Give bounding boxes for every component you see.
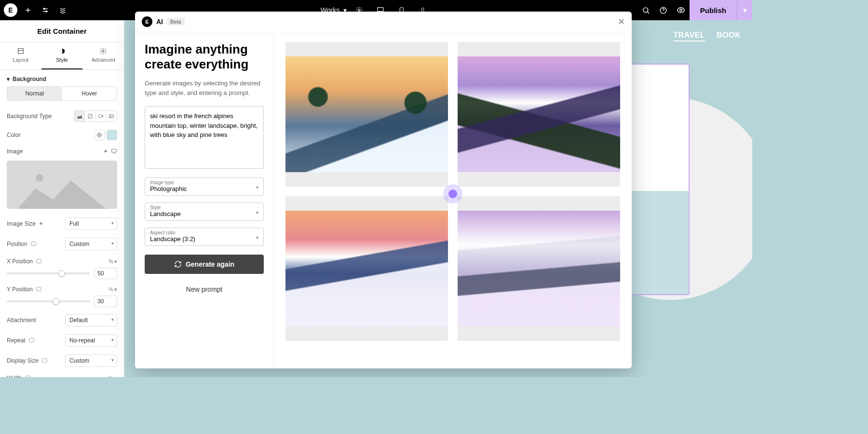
label-color: Color bbox=[7, 132, 21, 138]
refresh-icon bbox=[174, 260, 182, 268]
editor-sidebar: Edit Container Layout Style Advanced ▾Ba… bbox=[0, 20, 124, 377]
ai-image-icon[interactable]: ✦ bbox=[103, 148, 108, 155]
svg-point-11 bbox=[102, 50, 104, 52]
beta-badge: Beta bbox=[167, 18, 185, 26]
modal-sidebar: Imagine anything create everything Gener… bbox=[135, 32, 274, 368]
modal-heading: Imagine anything create everything bbox=[145, 42, 264, 72]
display-size-select[interactable]: Custom bbox=[65, 354, 117, 367]
color-swatch[interactable] bbox=[107, 130, 117, 140]
responsive-icon[interactable]: 🖵 bbox=[28, 337, 34, 344]
image-type-select[interactable]: Image type Photographic bbox=[145, 177, 264, 196]
svg-point-6 bbox=[643, 7, 648, 12]
y-position-slider[interactable] bbox=[7, 300, 90, 302]
image-preview[interactable] bbox=[7, 161, 117, 209]
dynamic-image-icon[interactable] bbox=[111, 148, 117, 155]
aspect-ratio-select[interactable]: Aspect ratio Landscape (3:2) bbox=[145, 228, 264, 246]
site-nav: TRAVEL BOOK bbox=[673, 31, 741, 41]
result-image-3[interactable] bbox=[285, 196, 448, 341]
width-unit[interactable]: % ▾ bbox=[108, 375, 117, 378]
label-y-position: Y Position🖵 bbox=[7, 286, 41, 293]
svg-rect-13 bbox=[98, 115, 102, 118]
responsive-icon[interactable]: 🖵 bbox=[41, 357, 47, 364]
bg-type-gradient[interactable] bbox=[85, 111, 95, 122]
panel-title: Edit Container bbox=[0, 20, 124, 42]
modal-header: E AI Beta ✕ bbox=[135, 12, 632, 32]
ai-logo-icon: E bbox=[142, 16, 152, 27]
new-prompt-button[interactable]: New prompt bbox=[145, 281, 264, 298]
x-position-value[interactable]: 50 bbox=[94, 268, 117, 279]
svg-rect-3 bbox=[378, 8, 383, 12]
bg-type-classic[interactable] bbox=[74, 111, 85, 122]
label-repeat: Repeat🖵 bbox=[7, 337, 34, 344]
repeat-select[interactable]: No-repeat bbox=[65, 334, 117, 347]
state-toggle: Normal Hover bbox=[7, 86, 117, 101]
generate-again-button[interactable]: Generate again bbox=[145, 255, 264, 274]
y-unit[interactable]: % ▾ bbox=[108, 286, 117, 293]
publish-button[interactable]: Publish bbox=[690, 0, 737, 20]
y-position-value[interactable]: 30 bbox=[94, 296, 117, 307]
result-image-1[interactable] bbox=[285, 42, 448, 187]
responsive-icon[interactable]: 🖵 bbox=[30, 241, 36, 247]
label-image-size: Image Size✦ bbox=[7, 220, 43, 227]
modal-subheading: Generate images by selecting the desired… bbox=[145, 79, 264, 97]
responsive-icon[interactable]: 🖵 bbox=[36, 286, 41, 293]
position-select[interactable]: Custom bbox=[65, 238, 117, 250]
result-image-4[interactable] bbox=[458, 196, 620, 341]
global-color-button[interactable] bbox=[94, 130, 105, 140]
section-background[interactable]: ▾Background bbox=[7, 70, 117, 86]
x-unit[interactable]: % ▾ bbox=[108, 258, 117, 265]
svg-rect-17 bbox=[112, 149, 117, 152]
label-attachment: Attachment bbox=[7, 317, 36, 324]
close-button[interactable]: ✕ bbox=[618, 16, 625, 27]
image-size-select[interactable]: Full bbox=[65, 217, 117, 230]
x-position-slider[interactable] bbox=[7, 272, 90, 274]
bg-type-video[interactable] bbox=[95, 111, 106, 122]
svg-point-0 bbox=[44, 8, 45, 10]
preview-icon[interactable] bbox=[672, 1, 690, 19]
responsive-icon[interactable]: 🖵 bbox=[25, 375, 30, 377]
style-select[interactable]: Style Landscape bbox=[145, 203, 264, 221]
svg-point-8 bbox=[680, 9, 682, 12]
settings-icon[interactable] bbox=[39, 3, 52, 17]
bg-type-picker bbox=[74, 110, 117, 122]
label-display-size: Display Size🖵 bbox=[7, 357, 47, 364]
bg-type-slideshow[interactable] bbox=[106, 111, 117, 122]
svg-point-1 bbox=[46, 11, 47, 12]
attachment-select[interactable]: Default bbox=[65, 314, 117, 326]
ai-icon[interactable]: ✦ bbox=[39, 220, 43, 227]
elementor-logo[interactable]: E bbox=[4, 3, 17, 17]
nav-book[interactable]: BOOK bbox=[717, 31, 741, 41]
caret-down-icon: ▾ bbox=[7, 76, 10, 82]
svg-rect-9 bbox=[18, 49, 23, 54]
add-widget-button[interactable] bbox=[21, 3, 35, 17]
tab-layout[interactable]: Layout bbox=[0, 42, 41, 69]
responsive-icon[interactable]: 🖵 bbox=[36, 258, 41, 265]
structure-icon[interactable] bbox=[56, 3, 69, 17]
ai-brand-label: AI bbox=[156, 18, 163, 26]
result-image-2[interactable] bbox=[458, 42, 620, 187]
prompt-input[interactable] bbox=[145, 106, 264, 169]
label-image: Image bbox=[7, 148, 23, 155]
nav-travel[interactable]: TRAVEL bbox=[673, 31, 705, 41]
label-bg-type: Background Type bbox=[7, 113, 52, 120]
svg-point-2 bbox=[358, 9, 360, 11]
panel-tabs: Layout Style Advanced bbox=[0, 42, 124, 70]
tab-style[interactable]: Style bbox=[41, 42, 83, 69]
label-position: Position🖵 bbox=[7, 241, 36, 247]
help-icon[interactable] bbox=[655, 1, 672, 19]
state-hover[interactable]: Hover bbox=[62, 87, 117, 100]
label-x-position: X Position🖵 bbox=[7, 258, 41, 265]
finder-search-icon[interactable] bbox=[637, 1, 655, 19]
loading-indicator bbox=[443, 184, 462, 203]
ai-modal: E AI Beta ✕ Imagine anything create ever… bbox=[135, 12, 632, 368]
label-width: Width🖵 bbox=[7, 375, 30, 377]
publish-options-button[interactable]: ▾ bbox=[737, 0, 752, 20]
tab-advanced[interactable]: Advanced bbox=[82, 42, 124, 69]
results-grid bbox=[274, 32, 632, 368]
state-normal[interactable]: Normal bbox=[7, 87, 62, 100]
